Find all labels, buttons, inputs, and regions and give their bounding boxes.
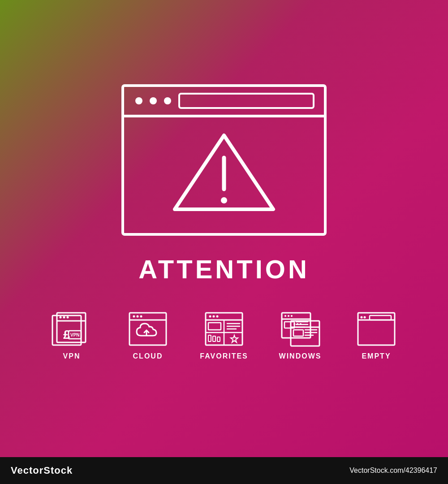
svg-point-51 — [297, 323, 298, 325]
footer-brand: VectorStock — [11, 465, 73, 476]
svg-point-14 — [67, 316, 69, 318]
svg-point-60 — [361, 316, 363, 318]
gradient-area: ATTENTION £ V — [0, 0, 448, 457]
windows-label: WINDOWS — [279, 352, 322, 360]
svg-rect-31 — [208, 323, 221, 330]
svg-point-20 — [133, 315, 135, 317]
svg-marker-38 — [231, 335, 238, 342]
footer-url: VectorStock.com/42396417 — [349, 467, 437, 475]
svg-point-3 — [150, 97, 157, 104]
svg-point-28 — [216, 315, 219, 317]
svg-point-21 — [137, 315, 139, 317]
svg-text:£: £ — [63, 328, 70, 341]
main-container: ATTENTION £ V — [0, 0, 448, 484]
windows-icon-item: WINDOWS — [273, 311, 327, 360]
svg-point-12 — [60, 316, 62, 318]
vpn-icon: £ VPN — [52, 311, 92, 347]
svg-rect-37 — [217, 337, 220, 341]
svg-point-52 — [300, 323, 302, 325]
cloud-icon — [128, 311, 168, 347]
svg-point-22 — [140, 315, 142, 317]
empty-icon-item: EMPTY — [349, 311, 403, 360]
attention-heading: ATTENTION — [138, 254, 310, 284]
footer-bar: VectorStock VectorStock.com/42396417 — [0, 457, 448, 484]
svg-point-42 — [288, 315, 289, 317]
svg-rect-36 — [213, 336, 215, 341]
svg-rect-57 — [358, 313, 395, 345]
vpn-icon-item: £ VPN VPN — [45, 311, 99, 360]
svg-point-4 — [164, 97, 171, 104]
svg-point-8 — [221, 197, 227, 203]
empty-icon — [356, 311, 396, 347]
vpn-label: VPN — [63, 352, 81, 360]
empty-label: EMPTY — [362, 352, 391, 360]
svg-point-26 — [209, 315, 211, 317]
favorites-icon — [204, 311, 244, 347]
svg-rect-18 — [129, 313, 166, 345]
svg-point-41 — [284, 315, 286, 317]
svg-text:VPN: VPN — [70, 333, 80, 337]
svg-point-27 — [213, 315, 215, 317]
bottom-icons-row: £ VPN VPN — [45, 311, 403, 360]
svg-rect-5 — [179, 94, 314, 108]
cloud-icon-item: CLOUD — [121, 311, 175, 360]
favorites-label: FAVORITES — [200, 352, 248, 360]
svg-point-43 — [291, 315, 293, 317]
main-browser-warning-icon — [121, 84, 327, 236]
svg-point-50 — [293, 323, 295, 325]
svg-point-2 — [135, 97, 142, 104]
cloud-label: CLOUD — [133, 352, 163, 360]
favorites-icon-item: FAVORITES — [197, 311, 251, 360]
svg-rect-39 — [282, 313, 310, 338]
svg-rect-35 — [208, 335, 211, 341]
windows-icon — [280, 311, 320, 347]
svg-point-61 — [364, 316, 366, 318]
svg-rect-53 — [293, 330, 303, 336]
svg-point-13 — [63, 316, 65, 318]
